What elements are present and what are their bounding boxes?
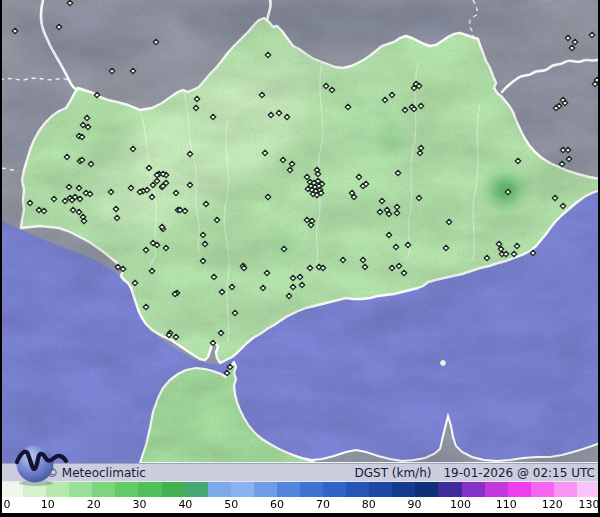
datetime-label: 19-01-2026 @ 02:15 UTC [443,466,595,480]
alboran-island [441,361,446,366]
legend-cell [462,482,485,498]
legend-cell [208,482,231,498]
legend-cell [231,482,254,498]
meteoclimatic-logo [13,443,69,487]
legend-cell [277,482,300,498]
legend-tick-label: 50 [224,498,238,512]
legend-cell [369,482,392,498]
legend-tick-label: 10 [41,498,55,512]
left-border [0,0,2,517]
map-meta: DGST (km/h) 19-01-2026 @ 02:15 UTC [354,466,595,480]
legend-tick-label: 120 [542,498,563,512]
legend-cell [531,482,554,498]
footer-bar: © Meteoclimatic DGST (km/h) 19-01-2026 @… [0,463,600,481]
legend-cell [300,482,323,498]
legend-tick-label: 0 [4,498,11,512]
legend-tick-label: 20 [87,498,101,512]
legend-cell [323,482,346,498]
legend-tick-label: 40 [178,498,192,512]
legend-tick-label: 60 [270,498,284,512]
legend-cell [392,482,415,498]
legend-cell [162,482,185,498]
legend-cell [138,482,161,498]
legend-tick-label: 70 [316,498,330,512]
legend-tick-label: 30 [133,498,147,512]
legend-cell [485,482,508,498]
legend-tick-label: 110 [496,498,517,512]
map-area [0,0,600,463]
legend-tick-label: 90 [408,498,422,512]
legend-tick-label: 130 [579,498,600,512]
legend-tick-label: 80 [362,498,376,512]
product-label: DGST (km/h) [354,466,431,480]
legend-cell [577,482,600,498]
legend-cell [254,482,277,498]
legend-cell [69,482,92,498]
legend-colorbar [0,481,600,498]
legend-cell [438,482,461,498]
weather-map-screenshot: © Meteoclimatic DGST (km/h) 19-01-2026 @… [0,0,600,517]
legend-cell [185,482,208,498]
legend-tick-label: 100 [450,498,471,512]
legend-cell [554,482,577,498]
bottom-border [0,513,600,517]
legend-cell [115,482,138,498]
ridge-overlay [0,0,600,463]
legend-cell [415,482,438,498]
legend-labels: 0102030405060708090100110120130 [0,497,600,513]
legend-cell [92,482,115,498]
andalusia-gust-map [0,0,600,463]
legend-cell [346,482,369,498]
legend-cell [508,482,531,498]
